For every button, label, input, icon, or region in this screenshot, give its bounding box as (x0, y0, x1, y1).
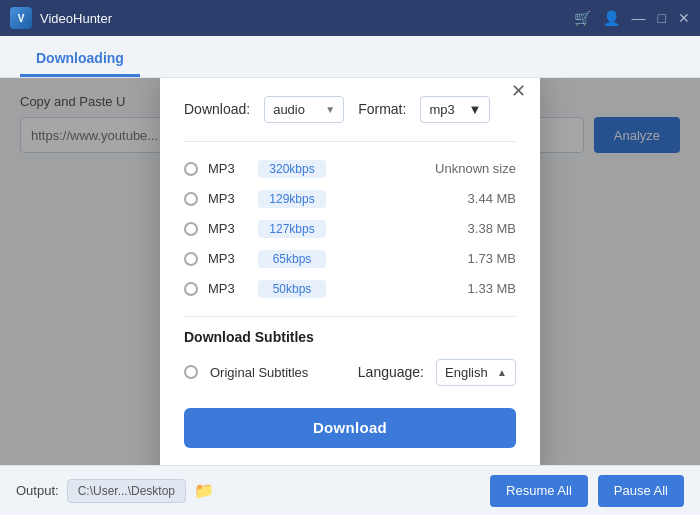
divider-2 (184, 316, 516, 317)
audio-bitrate-2: 127kbps (258, 220, 326, 238)
output-label: Output: (16, 483, 59, 498)
radio-0[interactable] (184, 162, 198, 176)
folder-icon[interactable]: 📁 (194, 481, 214, 500)
audio-size-4: 1.33 MB (436, 281, 516, 296)
app-title: VideoHunter (40, 11, 112, 26)
subtitles-section: Download Subtitles Original Subtitles La… (184, 329, 516, 386)
audio-item-3: MP3 65kbps 1.73 MB (184, 244, 516, 274)
radio-4[interactable] (184, 282, 198, 296)
title-bar-left: V VideoHunter (10, 7, 112, 29)
user-icon[interactable]: 👤 (603, 10, 620, 26)
audio-bitrate-4: 50kbps (258, 280, 326, 298)
format-select[interactable]: mp3 ▼ (420, 96, 490, 123)
modal-overlay: ✕ Download: audio ▼ Format: mp3 ▼ (0, 78, 700, 465)
subtitles-radio[interactable] (184, 365, 198, 379)
audio-name-0: MP3 (208, 161, 248, 176)
format-label: Format: (358, 101, 406, 117)
close-icon[interactable]: ✕ (678, 10, 690, 26)
audio-size-3: 1.73 MB (436, 251, 516, 266)
download-button[interactable]: Download (184, 408, 516, 448)
minimize-icon[interactable]: — (632, 10, 646, 26)
audio-item-1: MP3 129kbps 3.44 MB (184, 184, 516, 214)
app-window: V VideoHunter 🛒 👤 — □ ✕ Downloading Copy… (0, 0, 700, 515)
audio-bitrate-3: 65kbps (258, 250, 326, 268)
app-logo: V (10, 7, 32, 29)
audio-list: MP3 320kbps Unknown size MP3 129kbps 3.4… (184, 154, 516, 304)
language-label: Language: (358, 364, 424, 380)
main-content: Copy and Paste U Analyze ✕ Download: aud… (0, 78, 700, 465)
bottom-bar: Output: C:\User...\Desktop 📁 Resume All … (0, 465, 700, 515)
pause-all-button[interactable]: Pause All (598, 475, 684, 507)
original-subtitles-label: Original Subtitles (210, 365, 308, 380)
audio-item-4: MP3 50kbps 1.33 MB (184, 274, 516, 304)
audio-bitrate-0: 320kbps (258, 160, 326, 178)
audio-size-2: 3.38 MB (436, 221, 516, 236)
audio-name-2: MP3 (208, 221, 248, 236)
audio-name-4: MP3 (208, 281, 248, 296)
audio-bitrate-1: 129kbps (258, 190, 326, 208)
title-bar-controls: 🛒 👤 — □ ✕ (574, 10, 690, 26)
modal-dialog: ✕ Download: audio ▼ Format: mp3 ▼ (160, 78, 540, 465)
modal-close-button[interactable]: ✕ (511, 82, 526, 100)
download-format-row: Download: audio ▼ Format: mp3 ▼ (184, 96, 516, 123)
bottom-right-buttons: Resume All Pause All (490, 475, 684, 507)
output-path: C:\User...\Desktop (67, 479, 186, 503)
language-arrow: ▲ (497, 367, 507, 378)
output-left: Output: C:\User...\Desktop 📁 (16, 479, 214, 503)
cart-icon[interactable]: 🛒 (574, 10, 591, 26)
tab-downloading[interactable]: Downloading (20, 42, 140, 77)
format-arrow: ▼ (469, 102, 482, 117)
subtitles-title: Download Subtitles (184, 329, 516, 345)
subtitles-row: Original Subtitles Language: English ▲ (184, 359, 516, 386)
resume-all-button[interactable]: Resume All (490, 475, 588, 507)
radio-3[interactable] (184, 252, 198, 266)
audio-name-3: MP3 (208, 251, 248, 266)
audio-item-0: MP3 320kbps Unknown size (184, 154, 516, 184)
radio-2[interactable] (184, 222, 198, 236)
download-type-select[interactable]: audio ▼ (264, 96, 344, 123)
divider-1 (184, 141, 516, 142)
title-bar: V VideoHunter 🛒 👤 — □ ✕ (0, 0, 700, 36)
language-select[interactable]: English ▲ (436, 359, 516, 386)
audio-size-1: 3.44 MB (436, 191, 516, 206)
download-label: Download: (184, 101, 250, 117)
radio-1[interactable] (184, 192, 198, 206)
audio-item-2: MP3 127kbps 3.38 MB (184, 214, 516, 244)
download-type-arrow: ▼ (325, 104, 335, 115)
audio-size-0: Unknown size (435, 161, 516, 176)
tab-bar: Downloading (0, 36, 700, 78)
audio-name-1: MP3 (208, 191, 248, 206)
maximize-icon[interactable]: □ (658, 10, 666, 26)
